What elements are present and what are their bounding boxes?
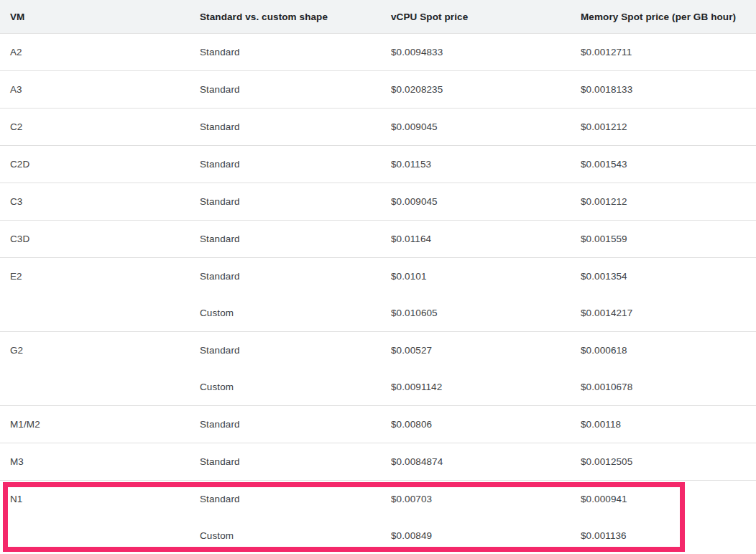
- vcpu-price-cell: $0.00806: [381, 406, 571, 443]
- table-row: A2 Standard $0.0094833 $0.0012711: [0, 34, 756, 71]
- memory-price-cell: $0.00118: [571, 406, 756, 443]
- vm-name: M3: [0, 443, 190, 481]
- shape-cell: Custom: [190, 295, 381, 332]
- column-header-memory-price: Memory Spot price (per GB hour): [571, 0, 756, 34]
- shape-cell: Standard: [190, 258, 381, 295]
- table-row: A3 Standard $0.0208235 $0.0018133: [0, 71, 756, 109]
- memory-price-cell: $0.001136: [571, 517, 756, 554]
- vm-name: A3: [0, 71, 190, 109]
- shape-cell: Standard: [190, 481, 381, 518]
- vm-name: G2: [0, 332, 190, 406]
- table-row: M1/M2 Standard $0.00806 $0.00118: [0, 406, 756, 443]
- memory-price-cell: $0.0018133: [571, 71, 756, 109]
- shape-cell: Standard: [190, 71, 381, 109]
- vcpu-price-cell: $0.00849: [381, 517, 571, 554]
- shape-cell: Standard: [190, 34, 381, 71]
- memory-price-cell: $0.001559: [571, 221, 756, 258]
- table-row: G2 Standard $0.00527 $0.000618: [0, 332, 756, 369]
- vm-name: N1: [0, 481, 190, 554]
- column-header-shape: Standard vs. custom shape: [190, 0, 381, 34]
- vm-name: E2: [0, 258, 190, 332]
- memory-price-cell: $0.001212: [571, 183, 756, 221]
- shape-cell: Standard: [190, 221, 381, 258]
- shape-cell: Standard: [190, 109, 381, 146]
- shape-cell: Standard: [190, 443, 381, 481]
- vcpu-price-cell: $0.0084874: [381, 443, 571, 481]
- vcpu-price-cell: $0.009045: [381, 109, 571, 146]
- memory-price-cell: $0.001543: [571, 146, 756, 183]
- vcpu-price-cell: $0.009045: [381, 183, 571, 221]
- table-header-row: VM Standard vs. custom shape vCPU Spot p…: [0, 0, 756, 34]
- table-row: E2 Standard $0.0101 $0.001354: [0, 258, 756, 295]
- memory-price-cell: $0.001212: [571, 109, 756, 146]
- table-row: M3 Standard $0.0084874 $0.0012505: [0, 443, 756, 481]
- memory-price-cell: $0.0012505: [571, 443, 756, 481]
- table-row: C3D Standard $0.01164 $0.001559: [0, 221, 756, 258]
- table-row: C3 Standard $0.009045 $0.001212: [0, 183, 756, 221]
- memory-price-cell: $0.0014217: [571, 295, 756, 332]
- shape-cell: Standard: [190, 183, 381, 221]
- vcpu-price-cell: $0.00527: [381, 332, 571, 369]
- vm-name: M1/M2: [0, 406, 190, 443]
- memory-price-cell: $0.0010678: [571, 369, 756, 406]
- vm-name: C3D: [0, 221, 190, 258]
- shape-cell: Custom: [190, 517, 381, 554]
- vcpu-price-cell: $0.00703: [381, 481, 571, 518]
- table-row-n1-standard: N1 Standard $0.00703 $0.000941: [0, 481, 756, 518]
- shape-cell: Custom: [190, 369, 381, 406]
- vcpu-price-cell: $0.0101: [381, 258, 571, 295]
- vm-spot-pricing-table: VM Standard vs. custom shape vCPU Spot p…: [0, 0, 756, 554]
- vm-name: A2: [0, 34, 190, 71]
- memory-price-cell: $0.0012711: [571, 34, 756, 71]
- shape-cell: Standard: [190, 332, 381, 369]
- vcpu-price-cell: $0.01153: [381, 146, 571, 183]
- vm-name: C2D: [0, 146, 190, 183]
- vcpu-price-cell: $0.0208235: [381, 71, 571, 109]
- column-header-vcpu-price: vCPU Spot price: [381, 0, 571, 34]
- vcpu-price-cell: $0.010605: [381, 295, 571, 332]
- vcpu-price-cell: $0.01164: [381, 221, 571, 258]
- memory-price-cell: $0.000618: [571, 332, 756, 369]
- shape-cell: Standard: [190, 146, 381, 183]
- shape-cell: Standard: [190, 406, 381, 443]
- table-row: C2D Standard $0.01153 $0.001543: [0, 146, 756, 183]
- vcpu-price-cell: $0.0094833: [381, 34, 571, 71]
- memory-price-cell: $0.001354: [571, 258, 756, 295]
- vm-name: C3: [0, 183, 190, 221]
- table-row: C2 Standard $0.009045 $0.001212: [0, 109, 756, 146]
- memory-price-cell: $0.000941: [571, 481, 756, 518]
- vcpu-price-cell: $0.0091142: [381, 369, 571, 406]
- column-header-vm: VM: [0, 0, 190, 34]
- vm-name: C2: [0, 109, 190, 146]
